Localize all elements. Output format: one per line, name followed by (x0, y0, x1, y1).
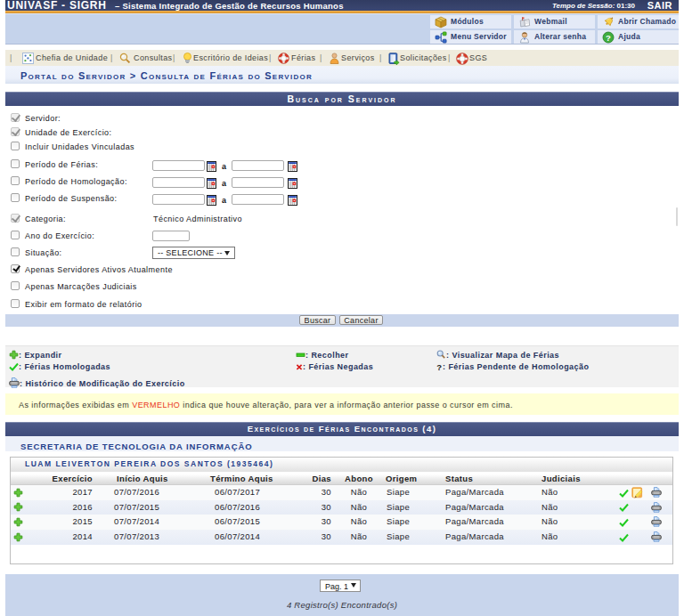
svg-text:?: ? (436, 362, 442, 371)
svg-text:?: ? (606, 33, 611, 43)
